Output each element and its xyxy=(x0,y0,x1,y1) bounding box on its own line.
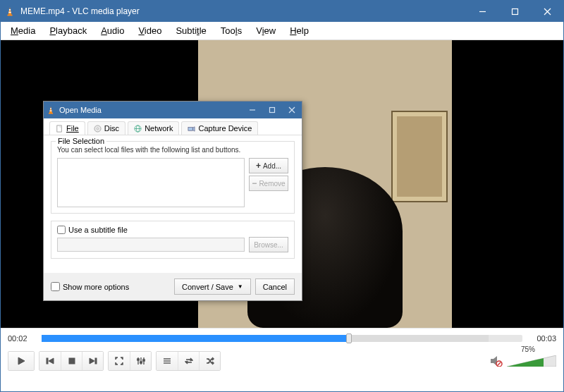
loop-button[interactable] xyxy=(178,352,199,370)
previous-button[interactable] xyxy=(39,352,61,370)
svg-marker-8 xyxy=(49,106,52,113)
fullscreen-button[interactable] xyxy=(109,352,130,370)
svg-marker-28 xyxy=(90,358,94,364)
menu-audio[interactable]: Audio xyxy=(95,24,130,37)
dialog-title: Open Media xyxy=(59,106,243,114)
disc-icon xyxy=(94,125,102,133)
vlc-cone-icon xyxy=(5,6,15,16)
svg-rect-13 xyxy=(270,108,275,113)
file-selection-help: You can select local files with the foll… xyxy=(57,146,288,154)
dialog-maximize-button[interactable] xyxy=(262,102,282,118)
dialog-minimize-button[interactable] xyxy=(243,102,262,118)
open-media-dialog: Open Media File Disc Network Capture Dev… xyxy=(43,101,302,301)
playback-controls: 75% xyxy=(1,348,563,374)
next-button[interactable] xyxy=(82,352,103,370)
minus-icon: − xyxy=(252,178,257,188)
add-file-button[interactable]: +Add... xyxy=(249,158,288,173)
remove-file-button[interactable]: −Remove xyxy=(249,176,288,191)
menu-view[interactable]: View xyxy=(250,24,281,37)
svg-rect-27 xyxy=(69,358,75,364)
volume-percent: 75% xyxy=(521,345,535,353)
menubar: Media Playback Audio Video Subtitle Tool… xyxy=(1,22,563,40)
subtitle-path-input xyxy=(57,238,245,252)
play-button[interactable] xyxy=(8,352,34,370)
dialog-tabs: File Disc Network Capture Device xyxy=(44,118,302,135)
svg-rect-11 xyxy=(50,111,52,111)
volume-slider[interactable]: 75% xyxy=(507,355,556,367)
convert-save-button[interactable]: Convert / Save▼ xyxy=(174,278,251,295)
menu-video[interactable]: Video xyxy=(133,24,167,37)
current-time[interactable]: 00:02 xyxy=(8,334,36,343)
svg-marker-0 xyxy=(8,7,12,15)
svg-rect-2 xyxy=(9,9,11,11)
dialog-titlebar[interactable]: Open Media xyxy=(44,102,302,118)
close-button[interactable] xyxy=(531,1,563,22)
dialog-close-button[interactable] xyxy=(282,102,302,118)
svg-rect-25 xyxy=(47,358,48,364)
svg-rect-34 xyxy=(140,362,141,363)
playlist-button[interactable] xyxy=(157,352,178,370)
svg-rect-22 xyxy=(188,127,192,130)
menu-help[interactable]: Help xyxy=(284,24,314,37)
titlebar: MEME.mp4 - VLC media player xyxy=(1,1,563,22)
stop-button[interactable] xyxy=(61,352,82,370)
file-selection-legend: File Selection xyxy=(56,137,106,145)
file-selection-fieldset: File Selection You can select local file… xyxy=(51,141,295,214)
subtitle-fieldset: Use a subtitle file Browse... xyxy=(51,221,295,259)
menu-tools[interactable]: Tools xyxy=(215,24,247,37)
dialog-footer: Show more options Convert / Save▼ Cancel xyxy=(44,273,302,300)
cancel-button[interactable]: Cancel xyxy=(255,278,295,295)
extended-settings-button[interactable] xyxy=(130,352,151,370)
menu-media[interactable]: Media xyxy=(5,24,41,37)
seek-knob[interactable] xyxy=(346,333,352,343)
show-more-options-checkbox[interactable] xyxy=(51,282,60,291)
svg-rect-1 xyxy=(8,15,13,16)
capture-device-icon xyxy=(188,125,195,133)
video-area[interactable]: Open Media File Disc Network Capture Dev… xyxy=(1,40,563,328)
use-subtitle-label: Use a subtitle file xyxy=(68,226,128,234)
browse-subtitle-button[interactable]: Browse... xyxy=(249,237,288,252)
file-list[interactable] xyxy=(57,158,245,207)
file-icon xyxy=(56,125,63,133)
svg-rect-29 xyxy=(95,358,97,364)
window-title: MEME.mp4 - VLC media player xyxy=(20,6,466,16)
tab-capture-device[interactable]: Capture Device xyxy=(181,121,258,135)
plus-icon: + xyxy=(256,161,261,171)
network-icon xyxy=(134,125,142,133)
maximize-button[interactable] xyxy=(498,1,531,22)
shuffle-button[interactable] xyxy=(199,352,220,370)
svg-rect-16 xyxy=(57,125,61,131)
menu-subtitle[interactable]: Subtitle xyxy=(170,24,212,37)
chevron-down-icon: ▼ xyxy=(238,283,243,290)
svg-rect-9 xyxy=(49,113,53,114)
vlc-cone-icon xyxy=(47,106,55,114)
show-more-options-label: Show more options xyxy=(63,283,129,291)
svg-point-18 xyxy=(97,128,98,129)
menu-playback[interactable]: Playback xyxy=(44,24,92,37)
total-time[interactable]: 00:03 xyxy=(528,334,556,343)
seek-bar[interactable] xyxy=(42,335,522,342)
tab-disc[interactable]: Disc xyxy=(87,121,125,135)
svg-marker-24 xyxy=(18,357,25,365)
seek-row: 00:02 00:03 xyxy=(1,328,563,348)
tab-network[interactable]: Network xyxy=(128,121,179,135)
svg-marker-26 xyxy=(49,358,54,364)
mute-button[interactable] xyxy=(490,355,503,367)
tab-file[interactable]: File xyxy=(49,121,85,135)
svg-marker-23 xyxy=(193,126,195,130)
svg-rect-33 xyxy=(137,359,138,360)
svg-rect-35 xyxy=(142,360,144,361)
svg-rect-5 xyxy=(512,8,517,14)
svg-rect-10 xyxy=(50,109,51,109)
svg-rect-3 xyxy=(8,12,11,13)
use-subtitle-checkbox[interactable] xyxy=(57,226,66,234)
minimize-button[interactable] xyxy=(466,1,498,22)
